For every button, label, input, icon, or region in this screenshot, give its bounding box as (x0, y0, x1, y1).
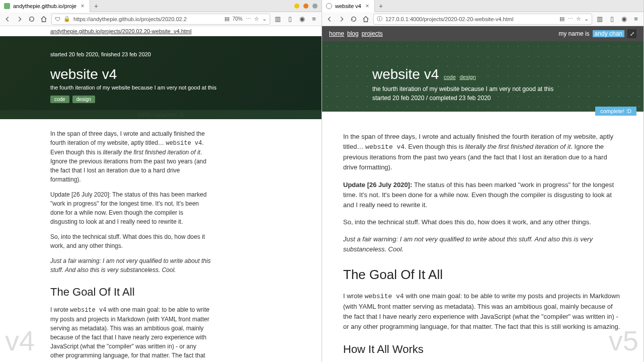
pocket-icon[interactable]: ⌄ (584, 16, 589, 22)
heading-goal: The Goal Of It All (343, 264, 622, 285)
home-button[interactable] (361, 15, 370, 24)
status-badge: complete! :D (595, 107, 636, 116)
url-bar[interactable]: 🛡 🔒 https://andythepie.github.io/project… (51, 14, 270, 25)
right-browser-window: website v4 × + ⓘ 127.0.0.1:4000/projects… (322, 0, 644, 362)
url-bar[interactable]: ⓘ 127.0.0.1:4000/projects/2020-02-20-web… (373, 14, 592, 25)
close-icon[interactable]: × (79, 3, 86, 9)
browser-tab[interactable]: website v4 × (322, 0, 375, 12)
bookmark-icon[interactable]: ☆ (254, 16, 259, 22)
page-content[interactable]: andythepie.github.io/projects/2020.02.20… (0, 26, 321, 362)
lock-icon: 🔒 (63, 16, 70, 22)
back-button[interactable] (3, 15, 12, 24)
breadcrumb-path[interactable]: andythepie.github.io/projects/2020.02.20… (0, 26, 321, 36)
paragraph: I wrote website v4 with one main goal: t… (343, 291, 622, 332)
page-content[interactable]: home blog projects my name is andy chan … (322, 26, 643, 362)
pocket-icon[interactable]: ⌄ (262, 16, 267, 22)
close-window-icon[interactable] (312, 4, 317, 9)
url-text: 127.0.0.1:4000/projects/2020-02-20-websi… (385, 16, 556, 22)
hero-section: started 20 feb 2020, finished 23 feb 202… (0, 36, 321, 119)
heading-goal: The Goal Of It All (50, 284, 211, 300)
nav-projects[interactable]: projects (362, 30, 383, 37)
home-button[interactable] (39, 15, 48, 24)
favicon-icon (4, 3, 10, 9)
minimize-icon[interactable] (294, 4, 299, 9)
account-icon[interactable]: ◉ (297, 15, 306, 24)
account-icon[interactable]: ◉ (619, 15, 628, 24)
maximize-icon[interactable] (303, 4, 308, 9)
hero-dates: started 20 feb 2020, finished 23 feb 202… (50, 51, 271, 57)
nav-blog[interactable]: blog (347, 30, 359, 37)
bookmark-icon[interactable]: ☆ (576, 16, 581, 22)
nav-home[interactable]: home (329, 30, 344, 37)
toolbar: ⓘ 127.0.0.1:4000/projects/2020-02-20-web… (322, 12, 643, 26)
article-body: In the span of three days, I wrote and a… (0, 119, 262, 362)
tab-title: website v4 (335, 3, 361, 9)
hero-subtitle: the fourth iteration of my website becau… (372, 85, 593, 93)
window-controls (294, 4, 321, 9)
expand-icon[interactable]: ⤢ (627, 29, 636, 38)
nav-name: andy chan (593, 30, 624, 37)
more-icon[interactable]: ⋯ (246, 16, 251, 22)
reader-icon[interactable]: ▤ (224, 16, 229, 22)
site-nav: home blog projects my name is andy chan … (322, 26, 643, 41)
badge-design[interactable]: design (459, 74, 475, 80)
library-icon[interactable]: ▥ (273, 15, 282, 24)
menu-icon[interactable]: ≡ (631, 15, 640, 24)
more-icon[interactable]: ⋯ (568, 16, 573, 22)
nav-prefix: my name is (558, 30, 589, 37)
paragraph: Update [26 July 2020]: The status of thi… (343, 180, 622, 210)
new-tab-button[interactable]: + (90, 2, 102, 10)
sidebar-icon[interactable]: ▯ (285, 15, 294, 24)
heading-how: How It All Works (343, 341, 622, 358)
tab-title: andythepie.github.io/proje (13, 3, 76, 9)
menu-icon[interactable]: ≡ (309, 15, 318, 24)
badge-code[interactable]: code (444, 74, 456, 80)
close-icon[interactable]: × (364, 3, 370, 9)
hero-section: website v4 code design the fourth iterat… (322, 41, 643, 112)
hero-dates: started 20 feb 2020 / completed 23 feb 2… (372, 95, 593, 102)
badge-design[interactable]: design (72, 96, 95, 103)
sidebar-icon[interactable]: ▯ (607, 15, 616, 24)
library-icon[interactable]: ▥ (595, 15, 604, 24)
badge-list: code design (444, 73, 478, 80)
page-title: website v4 (372, 66, 439, 82)
shield-icon: 🛡 (55, 16, 60, 22)
reload-button[interactable] (349, 15, 358, 24)
forward-button[interactable] (337, 15, 346, 24)
hero-subtitle: the fourth iteration of my website becau… (50, 84, 271, 90)
toolbar: 🛡 🔒 https://andythepie.github.io/project… (0, 12, 321, 26)
article-body: In the span of three days, I wrote and a… (322, 121, 643, 362)
new-tab-button[interactable]: + (375, 2, 387, 10)
left-browser-window: andythepie.github.io/proje × + 🛡 🔒 https… (0, 0, 322, 362)
tab-bar: website v4 × + (322, 0, 643, 12)
paragraph: So, into the technical stuff. What does … (50, 232, 211, 250)
paragraph: Just a fair warning: I am not very quali… (50, 256, 211, 275)
paragraph: Update [26 July 2020]: The status of thi… (50, 190, 211, 226)
reload-button[interactable] (27, 15, 36, 24)
browser-tab[interactable]: andythepie.github.io/proje × (0, 0, 90, 12)
reader-icon[interactable]: ▤ (559, 16, 565, 22)
forward-button[interactable] (15, 15, 24, 24)
tab-bar: andythepie.github.io/proje × + (0, 0, 321, 12)
back-button[interactable] (325, 15, 334, 24)
paragraph: I wrote website v4 with one main goal: t… (50, 305, 211, 362)
badge-list: code design (50, 96, 271, 103)
paragraph: In the span of three days, I wrote and a… (343, 132, 622, 173)
url-text: https://andythepie.github.io/projects/20… (73, 16, 221, 22)
paragraph: In the span of three days, I wrote and a… (50, 129, 211, 184)
paragraph: So, into the technical stuff. What does … (343, 217, 622, 227)
page-title: website v4 (50, 66, 271, 82)
badge-code[interactable]: code (50, 96, 69, 103)
globe-icon (326, 3, 332, 9)
paragraph: Just a fair warning: I am not very quali… (343, 234, 622, 254)
info-icon: ⓘ (377, 15, 382, 23)
zoom-level[interactable]: 70% (232, 16, 243, 22)
